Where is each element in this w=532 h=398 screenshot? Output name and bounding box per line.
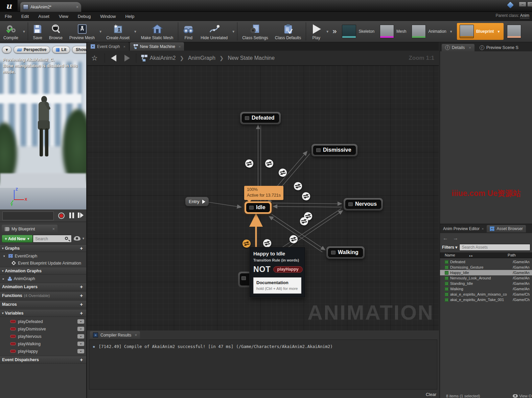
asset-row[interactable]: akai_e_espiritu_Anim_mixamo_co /Game/Ch [440,292,532,297]
animation-graphs-section-header[interactable]: ▾ Animation Graphs [0,267,86,275]
save-button[interactable]: Save [29,21,46,42]
create-asset-dropdown-icon[interactable]: ▼ [133,30,138,33]
add-new-button[interactable]: + Add New ▼ [2,235,33,243]
minimize-button[interactable]: – [519,2,526,7]
variable-visibility-icon[interactable]: ⌄ [77,319,84,324]
variable-visibility-icon[interactable]: ⌄ [77,334,84,339]
asset-row-selected[interactable]: Happy_Idle /Game/An [440,270,532,275]
anim-graph-item[interactable]: ▸ AnimGraph [0,275,86,282]
add-function-icon[interactable]: + [80,293,84,298]
state-machine-canvas[interactable]: ANIMATION Entry Defeated Dismissive Nerv… [87,66,439,330]
tab-event-graph[interactable]: Event Graph × [87,42,129,51]
breadcrumb-akaianim2[interactable]: AkaiAnim2 [150,55,176,61]
variable-visibility-icon[interactable]: ⌄ [77,342,84,346]
preview-mesh-button[interactable]: Preview Mesh [66,21,98,42]
tab-details[interactable]: i Details × [442,44,475,51]
pause-button[interactable] [69,213,74,218]
play-button[interactable]: Play [307,21,325,42]
timeline-scrubber[interactable] [2,212,54,220]
preview-viewport[interactable]: ▾ Perspective Lit Show C Previewing Akai… [0,43,86,209]
asset-row[interactable]: Nervously_Look_Around /Game/An [440,275,532,281]
tab-anim-preview-editor[interactable]: Anim Preview Editor × [440,225,487,232]
show-button[interactable]: Show [72,46,86,53]
add-macro-icon[interactable]: + [80,301,84,307]
make-static-mesh-button[interactable]: Make Static Mesh [138,21,177,42]
collapse-icon[interactable]: ▾ [2,247,4,250]
event-graph-item[interactable]: ▾ EventGraph [0,252,86,259]
menu-view[interactable]: View [54,13,73,20]
tab-preview-scene-settings[interactable]: i Preview Scene S [476,44,522,51]
menu-debug[interactable]: Debug [73,13,95,20]
event-dispatchers-section-header[interactable]: Event Dispatchers + [0,356,86,364]
asset-document-tab[interactable]: AkaiAnim2* × [20,2,81,12]
collapse-icon[interactable]: ▾ [2,269,4,273]
clear-button[interactable]: Clear [426,392,436,397]
menu-edit[interactable]: Edit [17,13,33,20]
variable-row[interactable]: playDefeated ⌄ [0,318,86,325]
asset-row[interactable]: akai_e_espiritu_Anim_Take_001 /Game/Ch [440,297,532,302]
maximize-button[interactable]: □ [527,2,532,7]
collapse-icon[interactable]: ▾ [3,254,5,258]
parent-class-link[interactable]: Anim [520,13,529,18]
variable-visibility-icon[interactable]: ⌄ [77,327,84,331]
filters-button[interactable]: Filters ▾ [442,245,457,250]
visibility-dropdown-icon[interactable]: ▼ [82,237,85,240]
tab-close-icon[interactable]: × [179,45,181,49]
asset-row[interactable]: Dismissing_Gesture /Game/An [440,265,532,270]
class-settings-button[interactable]: Class Settings [239,21,272,42]
asset-row[interactable]: Defeated /Game/An [440,259,532,265]
add-event-dispatcher-icon[interactable]: + [80,357,84,363]
tab-close-icon[interactable]: × [123,45,125,49]
macros-section-header[interactable]: Macros + [0,300,86,308]
compiler-results-tab[interactable]: » Compiler Results × [90,331,140,339]
breadcrumb-state-machine[interactable]: New State Machine [228,55,275,61]
mesh-mode-button[interactable]: Mesh [377,21,409,42]
my-blueprint-close-icon[interactable]: × [52,227,55,231]
graphs-section-header[interactable]: ▾ Graphs + [0,244,86,252]
record-button[interactable] [58,213,65,219]
asset-row[interactable]: Walking /Game/An [440,286,532,292]
variable-row[interactable]: playDismissive ⌄ [0,325,86,332]
skeleton-mode-button[interactable]: Skeleton [339,21,377,42]
viewport-options-button[interactable]: ▾ [2,46,11,53]
menu-window[interactable]: Window [95,13,120,20]
state-node-nervous[interactable]: Nervous [344,198,383,210]
tab-close-icon[interactable]: × [469,46,471,50]
menu-file[interactable]: File [0,13,17,20]
browse-button[interactable]: Browse [46,21,66,42]
tab-asset-browser[interactable]: Asset Browser [487,225,526,232]
animation-layers-section-header[interactable]: Animation Layers + [0,283,86,291]
add-animation-layer-icon[interactable]: + [80,284,84,290]
nav-back-icon[interactable] [111,55,116,61]
state-node-walking[interactable]: Walking [326,246,365,259]
history-back-icon[interactable]: ← [443,235,448,241]
physics-mode-button[interactable] [504,21,524,42]
step-forward-button[interactable] [78,213,84,218]
event-node-item[interactable]: Event Blueprint Update Animation [0,259,86,267]
find-button[interactable]: Find [180,21,197,42]
preview-mesh-dropdown-icon[interactable]: ▼ [98,30,103,33]
variable-row[interactable]: playWalking ⌄ [0,340,86,347]
play-dropdown-icon[interactable]: ▼ [325,30,330,33]
compile-dropdown-icon[interactable]: ▼ [22,30,26,33]
toolbar-overflow-icon[interactable]: » [330,27,339,36]
menu-help[interactable]: Help [120,13,139,20]
create-asset-button[interactable]: Create Asset [103,21,133,42]
hide-unrelated-button[interactable]: Hide Unrelated [197,21,231,42]
animation-mode-button[interactable]: Animation ▼ [409,21,456,42]
class-defaults-button[interactable]: Class Defaults [272,21,304,42]
entry-node[interactable]: Entry [185,197,209,206]
bookmark-star-icon[interactable]: ☆ [87,54,102,62]
visibility-eye-icon[interactable] [74,236,80,241]
blueprint-mode-button[interactable]: Blueprint ▼ [457,23,504,40]
animation-dropdown-icon[interactable]: ▼ [449,30,454,33]
tab-new-state-machine[interactable]: New State Machine × [130,42,184,51]
add-variable-icon[interactable]: + [80,310,84,316]
blueprint-dropdown-icon[interactable]: ▼ [496,30,501,33]
compiler-tab-close-icon[interactable]: × [135,333,137,338]
variable-row[interactable]: playNervous ⌄ [0,333,86,340]
perspective-button[interactable]: Perspective [14,46,50,53]
my-blueprint-tab[interactable]: My Blueprint × [2,225,57,233]
collapse-icon[interactable]: ▾ [2,312,4,315]
nav-forward-icon[interactable] [124,55,130,61]
